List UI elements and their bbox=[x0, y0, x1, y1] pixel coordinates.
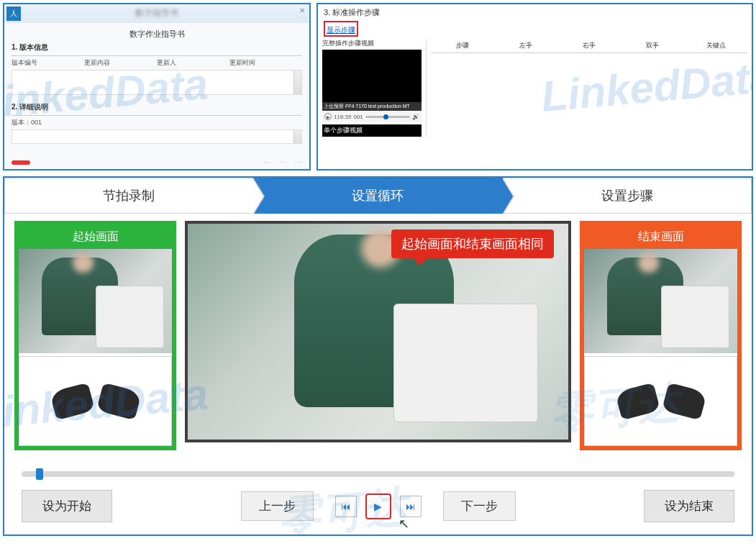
time-total: 001 bbox=[353, 114, 363, 120]
panel-guidebook: 人 数字指导书 ✕ 数字作业指导书 1. 版本信息 版本编号 更新内容 更新人 … bbox=[3, 3, 311, 170]
video-player-full[interactable]: 上位预留 FF4 7170 test production MT bbox=[322, 50, 422, 111]
skip-forward-icon[interactable]: ⏭ bbox=[400, 496, 422, 517]
timeline bbox=[4, 465, 752, 483]
set-start-button[interactable]: 设为开始 bbox=[22, 490, 112, 522]
main-frame-column: 起始画面和结束画面相同 bbox=[185, 221, 571, 458]
col-time: 更新时间 bbox=[229, 58, 302, 68]
section-2-header: 2. 详细说明 bbox=[4, 99, 309, 115]
end-frame-image[interactable] bbox=[584, 249, 737, 353]
end-frame-title: 结束画面 bbox=[584, 225, 737, 249]
time-current: 116:35 bbox=[334, 114, 351, 120]
cursor-icon: ↖ bbox=[399, 516, 409, 532]
glove-right-icon bbox=[96, 382, 141, 420]
panel-a-titlebar: 人 数字指导书 ✕ bbox=[4, 4, 309, 23]
play-button[interactable]: ▶ bbox=[365, 493, 391, 519]
start-gloves-preview bbox=[19, 356, 172, 446]
video-controls: ▶ 116:35 001 🔊 bbox=[322, 111, 422, 122]
th-keypoint: 关键点 bbox=[684, 41, 747, 50]
start-frame-title: 起始画面 bbox=[19, 225, 172, 249]
set-end-button[interactable]: 设为结束 bbox=[644, 490, 734, 522]
detail-list[interactable] bbox=[12, 129, 302, 144]
end-frame-column: 结束画面 bbox=[580, 221, 742, 458]
col-content: 更新内容 bbox=[84, 58, 157, 68]
version-list[interactable] bbox=[12, 70, 302, 95]
timeline-track[interactable] bbox=[22, 471, 734, 477]
end-gloves-preview bbox=[584, 356, 737, 446]
main-video-frame[interactable]: 起始画面和结束画面相同 bbox=[185, 221, 571, 442]
link-highlight-box: 显示步骤 bbox=[324, 21, 358, 37]
controls-row: 设为开始 上一步 ⏮ ▶ ⏭ 下一步 设为结束 ↖ bbox=[4, 483, 752, 529]
panel-a-footer: ⋯⋯⋯ bbox=[12, 158, 302, 166]
section-2-extra: 版本：001 bbox=[4, 116, 309, 129]
step-record[interactable]: 节拍录制 bbox=[4, 178, 253, 214]
section-1-columns: 版本编号 更新内容 更新人 更新时间 bbox=[4, 56, 309, 70]
glove-left-icon bbox=[614, 382, 660, 420]
timeline-marker[interactable] bbox=[36, 468, 43, 480]
panel-a-subtitle: 数字作业指导书 bbox=[4, 29, 309, 40]
col-person: 更新人 bbox=[157, 58, 229, 68]
glove-right-icon bbox=[661, 382, 706, 420]
steps-table: 步骤 左手 右手 双手 关键点 bbox=[427, 39, 752, 137]
prev-button[interactable]: 上一步 bbox=[241, 491, 314, 521]
close-icon[interactable]: ✕ bbox=[297, 6, 307, 16]
glove-left-icon bbox=[49, 382, 94, 420]
end-frame-box: 结束画面 bbox=[580, 221, 742, 450]
panel-b-title: 3. 标准操作步骤 bbox=[318, 4, 752, 21]
video-column: 完整操作步骤视频 上位预留 FF4 7170 test production M… bbox=[318, 39, 426, 137]
th-step: 步骤 bbox=[431, 41, 494, 50]
steps-table-header: 步骤 左手 右手 双手 关键点 bbox=[431, 39, 747, 53]
speaker-icon[interactable]: 🔊 bbox=[412, 114, 419, 120]
panel-a-title-blurred: 数字指导书 bbox=[135, 7, 178, 19]
user-icon: 人 bbox=[6, 6, 21, 21]
col-version: 版本编号 bbox=[12, 58, 84, 68]
callout-balloon: 起始画面和结束画面相同 bbox=[391, 229, 554, 258]
th-right-hand: 右手 bbox=[557, 41, 621, 50]
section-1-header: 1. 版本信息 bbox=[4, 40, 309, 55]
next-button[interactable]: 下一步 bbox=[443, 491, 516, 521]
th-both-hands: 双手 bbox=[621, 41, 684, 50]
step-loop[interactable]: 设置循环 bbox=[253, 178, 502, 214]
start-frame-column: 起始画面 bbox=[14, 221, 176, 458]
step-video-label: 单个步骤视频 bbox=[322, 124, 422, 137]
start-frame-image[interactable] bbox=[19, 249, 172, 353]
play-icon[interactable]: ▶ bbox=[324, 113, 332, 120]
panel-loop-setup: 节拍录制 设置循环 设置步骤 起始画面 起始画面和结束画面相同 bbox=[3, 176, 753, 536]
video-caption: 上位预留 FF4 7170 test production MT bbox=[322, 102, 422, 111]
status-dot bbox=[12, 160, 30, 165]
skip-back-icon[interactable]: ⏮ bbox=[335, 496, 357, 517]
show-steps-link[interactable]: 显示步骤 bbox=[327, 26, 355, 34]
full-video-label: 完整操作步骤视频 bbox=[322, 39, 422, 48]
start-frame-box: 起始画面 bbox=[14, 221, 176, 450]
wizard-steps: 节拍录制 设置循环 设置步骤 bbox=[4, 178, 752, 214]
panel-steps: 3. 标准操作步骤 显示步骤 完整操作步骤视频 上位预留 FF4 7170 te… bbox=[316, 3, 753, 170]
video-seek-track[interactable] bbox=[365, 116, 410, 118]
th-left-hand: 左手 bbox=[494, 41, 557, 50]
step-configure[interactable]: 设置步骤 bbox=[503, 178, 752, 214]
